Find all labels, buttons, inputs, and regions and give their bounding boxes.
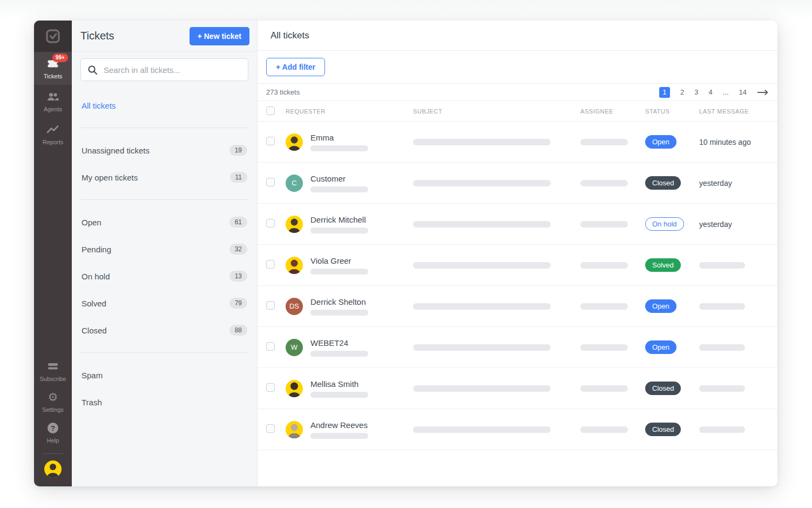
page-button[interactable]: 4 [708,88,712,96]
requester-placeholder [310,351,368,357]
requester-name: WEBET24 [310,338,368,347]
sidebar-item-solved[interactable]: Solved 79 [80,290,248,317]
sidebar-item-label: Unassigned tickets [82,146,150,155]
sidebar-item-on-hold[interactable]: On hold 13 [80,263,248,290]
subject-placeholder [413,139,551,145]
table-row[interactable]: W WEBET24 Open [258,327,777,368]
sidebar-item-spam[interactable]: Spam [80,362,248,389]
count-badge: 32 [229,244,247,255]
rail-item-subscribe[interactable]: Subscribe [34,356,72,386]
count-badge: 79 [229,298,247,309]
column-header-assignee: ASSIGNEE [580,108,645,115]
row-checkbox[interactable] [266,424,275,433]
table-row[interactable]: C Customer Closed yesterday [258,163,777,204]
rail-item-label: Reports [43,139,64,145]
divider [80,352,248,353]
rail-item-help[interactable]: ? Help [34,417,72,448]
row-checkbox[interactable] [266,219,275,228]
count-badge: 11 [230,172,247,183]
row-checkbox[interactable] [266,178,275,186]
sidebar-item-my-open-tickets[interactable]: My open tickets 11 [80,164,248,191]
requester-avatar: W [286,339,303,356]
row-checkbox[interactable] [266,137,275,145]
user-avatar[interactable] [44,460,62,478]
person-photo-icon [286,133,303,151]
sidebar-item-unassigned-tickets[interactable]: Unassigned tickets 19 [80,137,248,164]
page-button[interactable]: 3 [694,88,698,96]
nav-rail: 99+ Tickets Agents Reports [34,21,72,486]
app-window: 99+ Tickets Agents Reports [34,21,777,486]
assignee-placeholder [580,180,628,186]
sidebar-item-trash[interactable]: Trash [80,389,248,416]
column-header-requester: REQUESTER [286,108,413,115]
app-logo[interactable] [34,21,72,52]
subject-placeholder [413,262,551,269]
assignee-placeholder [580,221,628,228]
avatar-initials: C [286,175,303,192]
search-input[interactable] [80,58,248,81]
column-header-subject: SUBJECT [413,108,580,115]
requester-name: Mellisa Smith [310,379,368,389]
add-filter-button[interactable]: + Add filter [266,58,325,76]
status-badge: Solved [645,258,681,272]
assignee-placeholder [580,262,628,269]
search-container [80,58,248,81]
page-button[interactable]: 2 [680,88,684,96]
last-message-placeholder [699,385,745,392]
subject-placeholder [413,221,551,228]
requester-avatar: DS [286,298,303,315]
sidebar-item-label: On hold [82,272,110,281]
row-checkbox[interactable] [266,342,275,351]
requester-placeholder [310,186,368,192]
search-icon [87,65,98,75]
sidebar-item-label: Closed [82,326,107,335]
new-ticket-button[interactable]: + New ticket [190,27,249,45]
sidebar-item-all-tickets[interactable]: All tickets [80,92,248,119]
list-meta-bar: 273 tickets 1 2 3 4 ... 14 [258,84,777,101]
subject-placeholder [413,180,551,186]
rail-item-agents[interactable]: Agents [34,85,72,118]
last-message-placeholder [699,344,745,351]
requester-name: Customer [310,174,368,183]
avatar-initials: DS [286,298,303,315]
requester-avatar: C [286,175,303,192]
requester-placeholder [310,269,368,275]
sidebar-item-label: Pending [82,245,111,254]
sidebar-item-pending[interactable]: Pending 32 [80,236,248,263]
page-title: All tickets [270,30,309,41]
requester-avatar [286,216,303,233]
requester-placeholder [310,145,368,151]
main-content: All tickets + Add filter 273 tickets 1 2… [258,21,777,486]
filter-bar: + Add filter [258,51,777,84]
last-message-placeholder [699,303,745,310]
requester-avatar [286,133,303,151]
last-message: yesterday [699,179,769,188]
sidebar-item-closed[interactable]: Closed 88 [80,317,248,344]
last-message-placeholder [699,262,745,269]
sidebar-item-label: Trash [82,398,102,407]
reports-icon [46,125,59,135]
column-header-status: STATUS [645,108,699,115]
rail-item-tickets[interactable]: 99+ Tickets [34,52,72,85]
rail-item-reports[interactable]: Reports [34,118,72,151]
page-button-active[interactable]: 1 [659,87,670,98]
table-row[interactable]: Derrick Mitchell On hold yesterday [258,204,777,245]
row-checkbox[interactable] [266,383,275,392]
table-row[interactable]: Andrew Reeves Closed [258,409,777,450]
agents-icon [46,91,59,102]
table-row[interactable]: Mellisa Smith Closed [258,368,777,409]
assignee-placeholder [580,139,628,145]
person-photo-icon [286,257,303,274]
table-row[interactable]: Viola Greer Solved [258,245,777,286]
notification-badge: 99+ [52,54,68,62]
sidebar-item-open[interactable]: Open 61 [80,209,248,236]
table-row[interactable]: Emma Open 10 minutes ago [258,122,777,163]
select-all-checkbox[interactable] [266,106,275,115]
row-checkbox[interactable] [266,301,275,310]
row-checkbox[interactable] [266,260,275,269]
rail-item-settings[interactable]: ⚙ Settings [34,386,72,417]
table-row[interactable]: DS Derrick Shelton Open [258,286,777,327]
next-page-arrow-icon[interactable] [757,89,769,96]
assignee-placeholder [580,303,628,310]
page-button[interactable]: 14 [739,88,747,96]
